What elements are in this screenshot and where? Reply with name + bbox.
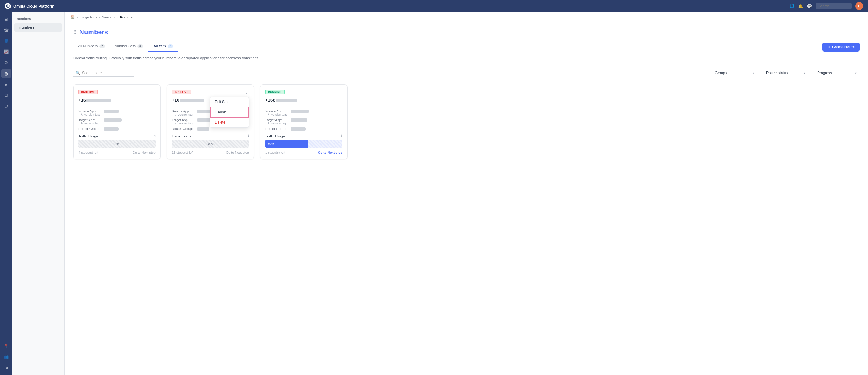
sidebar-icon-phone[interactable]: ☎ [1,25,11,35]
card-0-steps-left: 4 steps(s) left [79,151,98,154]
sidebar-icon-settings[interactable]: ⚙ [1,58,11,67]
card-1-progress-bar: 0% [172,140,249,148]
card-0-footer: 4 steps(s) left Go to Next step [79,151,156,154]
user-avatar[interactable]: O [855,2,863,10]
groups-filter-label: Groups [715,71,727,75]
card-0-menu-button[interactable]: ⋮ [151,90,156,94]
router-card-1: INACTIVE ⋮ +16 Source App: ↳ version tag… [167,85,254,159]
breadcrumb-numbers[interactable]: Numbers [102,15,116,19]
brand-name: Omilia Cloud Platform [13,4,55,8]
navbar: Omilia Cloud Platform 🌐 🔔 💬 O [0,0,868,12]
tab-routers[interactable]: Routers 3 [148,41,178,52]
sidebar-icon-star[interactable]: ★ [1,80,11,89]
sidebar-icon-home[interactable]: ⊞ [1,14,11,24]
card-2-traffic: Traffic Usage ℹ 50% [265,134,342,148]
card-1-steps-left: 15 steps(s) left [172,151,193,154]
breadcrumb-sep-1: › [77,15,78,19]
bell-icon[interactable]: 🔔 [798,4,803,8]
card-2-traffic-header: Traffic Usage ℹ [265,134,342,138]
page-header: ⠿ Numbers [65,22,868,36]
context-menu-delete[interactable]: Delete [210,118,249,127]
left-panel-section-label: numbers [12,16,64,23]
card-1-traffic-header: Traffic Usage ℹ [172,134,249,138]
card-0-source-version-icon: ↳ [81,113,83,116]
progress-filter[interactable]: Progress ▾ [814,69,860,77]
card-2-next-step-link[interactable]: Go to Next step [318,151,342,154]
tab-all-numbers[interactable]: All Numbers 7 [73,41,110,52]
page-header-dots-icon: ⠿ [73,30,77,35]
navbar-right: 🌐 🔔 💬 O [789,2,863,10]
globe-icon[interactable]: 🌐 [789,4,795,8]
card-1-menu-button[interactable]: ⋮ [244,90,249,94]
card-0-target-version-label: version tag: [84,122,100,125]
breadcrumb-home[interactable]: 🏠 [71,15,75,19]
breadcrumb-current: Routers [120,15,133,19]
card-0-router-group-label: Router Group: [79,127,102,130]
card-0-next-step-link[interactable]: Go to Next step [133,151,156,154]
tabs-row: All Numbers 7 Number Sets 0 Routers 3 ⊕ … [65,41,868,52]
search-input[interactable] [82,71,127,75]
card-1-target-app-label: Target App: [172,118,196,122]
cards-grid: INACTIVE ⋮ +16 Source App: ↳ version tag… [65,82,868,168]
card-1-target-version-value: — [195,122,198,125]
sidebar-item-numbers[interactable]: numbers [14,23,62,32]
create-route-button[interactable]: ⊕ Create Route [823,42,860,52]
card-0-traffic-info-icon[interactable]: ℹ [154,134,156,138]
groups-chevron-icon: ▾ [752,71,754,75]
card-0-router-group: Router Group: [79,127,156,130]
card-2-steps-left: 1 steps(s) left [265,151,285,154]
card-1-status-badge: INACTIVE [172,90,191,94]
sidebar-icon-target[interactable]: ◎ [1,69,11,79]
create-route-icon: ⊕ [827,45,830,49]
router-status-filter[interactable]: Router status ▾ [763,69,808,77]
card-1-next-step-link[interactable]: Go to Next step [226,151,249,154]
breadcrumb-sep-2: › [99,15,100,19]
sidebar-icon-location[interactable]: 📍 [1,341,11,351]
navbar-search-input[interactable] [815,3,852,9]
sidebar-icon-user[interactable]: 👤 [1,36,11,46]
card-2-progress-fill: 50% [265,140,308,148]
progress-chevron-icon: ▾ [855,71,857,75]
card-0-target-app: Target App: ↳ version tag: — [79,118,156,125]
card-2-target-app: Target App: ↳ version tag: — [265,118,342,125]
content-area: 🏠 › Integrations › Numbers › Routers ⠿ N… [65,12,868,375]
context-menu-edit-steps[interactable]: Edit Steps [210,97,249,107]
card-2-footer: 1 steps(s) left Go to Next step [265,151,342,154]
card-2-target-app-label: Target App: [265,118,289,122]
search-icon: 🔍 [76,71,80,75]
card-2-status-badge: RUNNING [265,90,284,94]
card-2-traffic-label: Traffic Usage [265,134,285,138]
card-2-source-app-label: Source App: [265,110,289,113]
create-route-label: Create Route [832,45,855,49]
card-0-status-badge: INACTIVE [79,90,98,94]
card-1-source-app-label: Source App: [172,110,196,113]
tab-number-sets-label: Number Sets [115,44,135,48]
card-2-target-version-icon: ↳ [268,122,270,125]
card-1-traffic-info-icon[interactable]: ℹ [248,134,249,138]
tab-routers-label: Routers [153,44,166,48]
card-2-menu-button[interactable]: ⋮ [338,90,342,94]
card-2-target-version-label: version tag: [271,122,287,125]
tab-number-sets[interactable]: Number Sets 0 [110,41,148,52]
tab-routers-badge: 3 [168,44,173,48]
groups-filter[interactable]: Groups ▾ [712,69,757,77]
card-0-target-app-label: Target App: [79,118,102,122]
card-0-progress-bar: 0% [79,140,156,148]
router-status-filter-label: Router status [766,71,787,75]
card-1-router-group-label: Router Group: [172,127,196,130]
comment-icon[interactable]: 💬 [807,4,812,8]
card-2-source-app: Source App: ↳ version tag: — [265,110,342,116]
sidebar-icons: ⊞ ☎ 👤 📈 ⚙ ◎ ★ ⊡ ⬡ 📍 👥 ⇥ [0,12,12,375]
card-2-header: RUNNING ⋮ [265,90,342,94]
sidebar-icon-exit[interactable]: ⇥ [1,363,11,373]
card-2-source-version-label: version tag: [271,113,287,116]
sidebar-icon-puzzle[interactable]: ⬡ [1,101,11,111]
breadcrumb-integrations[interactable]: Integrations [80,15,97,19]
sidebar-icon-team[interactable]: 👥 [1,352,11,362]
sidebar-icon-grid[interactable]: ⊡ [1,90,11,100]
breadcrumb: 🏠 › Integrations › Numbers › Routers [65,12,868,22]
context-menu-enable[interactable]: Enable [210,107,249,118]
sidebar-icon-chart[interactable]: 📈 [1,47,11,57]
toolbar: 🔍 Groups ▾ Router status ▾ Progress ▾ [65,65,868,82]
card-2-traffic-info-icon[interactable]: ℹ [341,134,342,138]
